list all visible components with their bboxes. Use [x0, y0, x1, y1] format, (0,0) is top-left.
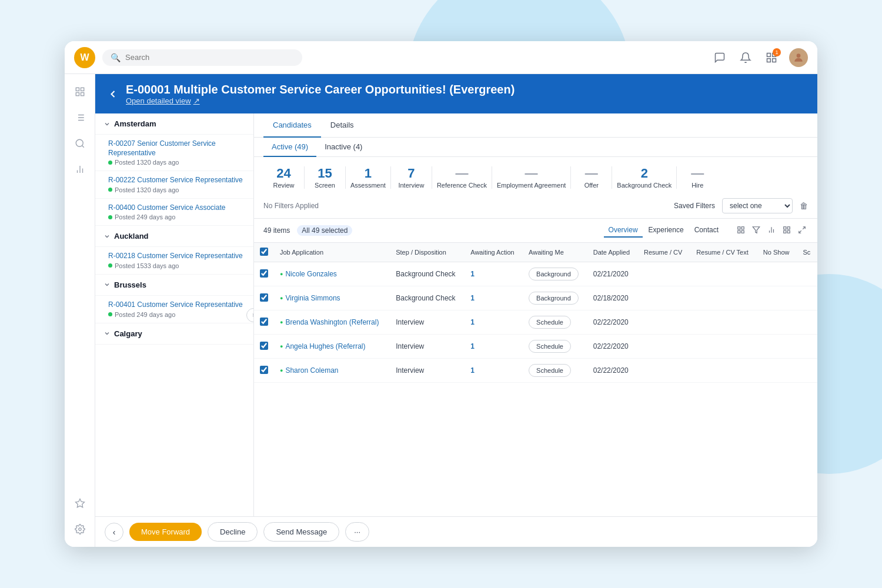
tab-details[interactable]: Details	[321, 113, 363, 138]
stage-screen[interactable]: 15 Screen	[305, 166, 346, 189]
toolbar-icons	[735, 224, 808, 238]
subtab-inactive[interactable]: Inactive (4)	[316, 138, 370, 157]
job-item-r00222[interactable]: R-00222 Customer Service Representative …	[95, 171, 253, 199]
stage-interview[interactable]: 7 Interview	[391, 166, 432, 189]
svg-marker-26	[753, 226, 760, 233]
row-awaiting-action-cell: 1	[465, 310, 523, 335]
tab-candidates[interactable]: Candidates	[263, 113, 321, 138]
svg-rect-23	[741, 226, 744, 229]
send-message-button[interactable]: Send Message	[263, 522, 339, 542]
view-tab-overview[interactable]: Overview	[604, 223, 643, 238]
filter-icon[interactable]	[750, 224, 762, 238]
row-resume-cv-cell	[638, 262, 690, 286]
row-awaiting-me-cell[interactable]: Schedule	[523, 310, 587, 335]
row-awaiting-me-cell[interactable]: Schedule	[523, 359, 587, 383]
svg-rect-32	[784, 230, 786, 233]
row-checkbox-0[interactable]	[260, 269, 268, 278]
row-checkbox-cell[interactable]	[254, 335, 274, 359]
location-header-calgary[interactable]: Calgary	[95, 323, 253, 345]
subtab-active[interactable]: Active (49)	[263, 138, 316, 157]
row-name-cell[interactable]: ● Virginia Simmons	[274, 286, 390, 310]
move-forward-button[interactable]: Move Forward	[129, 523, 202, 541]
left-panel: Amsterdam R-00207 Senior Customer Servic…	[95, 113, 254, 516]
row-awaiting-action-cell: 1	[465, 335, 523, 359]
search-input[interactable]	[125, 53, 294, 62]
grid-icon[interactable]	[781, 224, 793, 238]
stages-row: 24 Review 15 Screen 1 Assessment	[254, 157, 817, 193]
row-awaiting-me-cell[interactable]: Background	[523, 286, 587, 310]
view-tab-experience[interactable]: Experience	[644, 223, 689, 238]
table-view-icon[interactable]	[735, 224, 747, 238]
delete-filter-button[interactable]: 🗑	[800, 201, 808, 211]
row-name-cell[interactable]: ● Brenda Washington (Referral)	[274, 310, 390, 335]
stage-employment-agreement[interactable]: — Employment Agreement	[492, 166, 571, 189]
nav-settings-icon[interactable]	[69, 519, 91, 540]
row-checkbox-3[interactable]	[260, 342, 268, 350]
body-area: E-00001 Multiple Customer Service Career…	[65, 74, 817, 547]
search-bar[interactable]: 🔍	[102, 49, 302, 66]
select-all-checkbox[interactable]	[260, 248, 268, 256]
right-panel: Candidates Details Active (49) Inactive …	[254, 113, 817, 516]
more-actions-button[interactable]: ···	[345, 522, 369, 542]
nav-chart-icon[interactable]	[69, 159, 91, 180]
message-icon[interactable]	[711, 49, 728, 66]
row-no-show-cell	[757, 262, 797, 286]
th-no-show: No Show	[757, 243, 797, 262]
row-checkbox-cell[interactable]	[254, 286, 274, 310]
row-awaiting-me-cell[interactable]: Schedule	[523, 335, 587, 359]
stage-offer[interactable]: — Offer	[571, 166, 612, 189]
row-name-cell[interactable]: ● Sharon Coleman	[274, 359, 390, 383]
back-button[interactable]	[107, 88, 119, 100]
job-item-r00218[interactable]: R-00218 Customer Service Representative …	[95, 247, 253, 275]
action-btn-0[interactable]: Background	[529, 268, 579, 280]
action-btn-2[interactable]: Schedule	[529, 316, 571, 329]
row-checkbox-cell[interactable]	[254, 359, 274, 383]
all-selected-badge: All 49 selected	[297, 225, 352, 236]
row-checkbox-cell[interactable]	[254, 262, 274, 286]
top-bar: W 🔍 1	[65, 41, 817, 74]
sub-tabs: Active (49) Inactive (4)	[254, 138, 817, 157]
row-checkbox-4[interactable]	[260, 366, 268, 374]
row-checkbox-1[interactable]	[260, 293, 268, 302]
stage-hire[interactable]: — Hire	[677, 166, 718, 189]
row-step-cell: Background Check	[390, 262, 465, 286]
row-date-cell: 02/22/2020	[587, 359, 638, 383]
view-tab-contact[interactable]: Contact	[690, 223, 723, 238]
job-item-r00400[interactable]: R-00400 Customer Service Associate Poste…	[95, 199, 253, 226]
row-name-cell[interactable]: ● Nicole Gonzales	[274, 262, 390, 286]
stage-reference-check[interactable]: — Reference Check	[432, 166, 492, 189]
job-item-r00207[interactable]: R-00207 Senior Customer Service Represen…	[95, 135, 253, 171]
row-awaiting-me-cell[interactable]: Background	[523, 262, 587, 286]
avatar[interactable]	[789, 48, 808, 67]
row-resume-cv-cell	[638, 335, 690, 359]
saved-filters-select[interactable]: select one	[722, 198, 793, 213]
row-date-cell: 02/22/2020	[587, 310, 638, 335]
scroll-left-button[interactable]: ‹	[105, 523, 123, 542]
row-name-cell[interactable]: ● Angela Hughes (Referral)	[274, 335, 390, 359]
row-checkbox-2[interactable]	[260, 318, 268, 326]
content-area: Amsterdam R-00207 Senior Customer Servic…	[95, 113, 817, 516]
open-detail-link[interactable]: Open detailed view ↗	[126, 96, 514, 105]
decline-button[interactable]: Decline	[208, 522, 258, 542]
nav-list-icon[interactable]	[69, 107, 91, 128]
location-header-amsterdam[interactable]: Amsterdam	[95, 113, 253, 135]
action-btn-3[interactable]: Schedule	[529, 340, 571, 353]
location-header-brussels[interactable]: Brussels	[95, 275, 253, 296]
stage-assessment[interactable]: 1 Assessment	[346, 166, 391, 189]
row-sc-cell	[797, 262, 817, 286]
job-item-r00401[interactable]: R-00401 Customer Service Representative …	[95, 296, 253, 323]
location-header-auckland[interactable]: Auckland	[95, 226, 253, 247]
action-btn-1[interactable]: Background	[529, 292, 579, 305]
nav-star-icon[interactable]	[69, 493, 91, 514]
stage-review[interactable]: 24 Review	[263, 166, 305, 189]
nav-grid-icon[interactable]	[69, 81, 91, 102]
action-btn-4[interactable]: Schedule	[529, 364, 571, 377]
row-checkbox-cell[interactable]	[254, 310, 274, 335]
chart-icon[interactable]	[766, 224, 777, 238]
notification-icon[interactable]	[737, 49, 754, 66]
stage-background-check[interactable]: 2 Background Check	[612, 166, 677, 189]
expand-icon[interactable]	[796, 224, 808, 238]
row-date-cell: 02/18/2020	[587, 286, 638, 310]
apps-icon[interactable]: 1	[763, 49, 780, 66]
nav-search-icon[interactable]	[69, 133, 91, 154]
